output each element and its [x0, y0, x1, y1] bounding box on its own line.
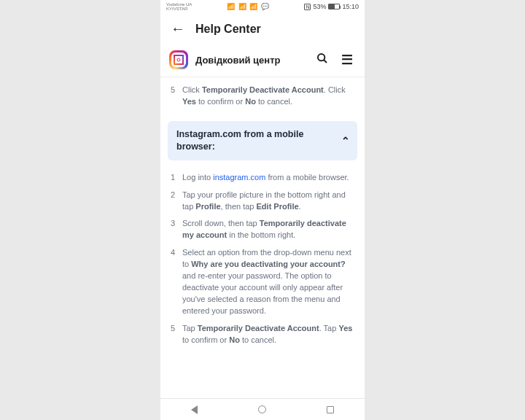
- list-item: 2Tap your profile picture in the bottom …: [168, 187, 357, 216]
- step-text: Log into instagram.com from a mobile bro…: [182, 172, 349, 184]
- nav-home-icon[interactable]: [258, 405, 266, 413]
- status-right: N 53% 15:10: [304, 3, 359, 10]
- help-center-header: Довідковий центр ☰: [160, 44, 365, 77]
- step-number: 5: [168, 323, 175, 346]
- help-center-title: Довідковий центр: [195, 55, 306, 66]
- bold-text: Why are you deactivating your account?: [191, 260, 346, 268]
- list-item: 4Select an option from the drop-down men…: [168, 244, 357, 320]
- bold-text: Profile: [195, 202, 220, 211]
- battery-icon: [328, 4, 340, 9]
- carrier-2: KYIVSTAR: [166, 7, 192, 11]
- bold-text: Edit Profile: [257, 202, 299, 211]
- step-text: Click Temporarily Deactivate Account. Cl…: [182, 85, 357, 108]
- list-item: 5Click Temporarily Deactivate Account. C…: [168, 82, 357, 111]
- battery-pct: 53%: [313, 3, 326, 10]
- list-item: 5Tap Temporarily Deactivate Account. Tap…: [168, 320, 357, 349]
- status-bar: Vodafone UA KYIVSTAR 📶 📶 📶 💬 N 53% 15:10: [160, 0, 365, 13]
- page-title: Help Center: [195, 23, 261, 36]
- phone-frame: Vodafone UA KYIVSTAR 📶 📶 📶 💬 N 53% 15:10…: [160, 0, 365, 420]
- bold-text: Temporarily deactivate my account: [182, 219, 346, 239]
- svg-point-0: [318, 54, 324, 61]
- android-nav-bar: [160, 398, 365, 420]
- bold-text: Temporarily Deactivate Account: [202, 85, 324, 94]
- bold-text: No: [245, 97, 256, 106]
- nav-recent-icon[interactable]: [327, 406, 334, 413]
- nfc-icon: N: [304, 4, 311, 10]
- nav-back-icon[interactable]: [191, 405, 198, 414]
- instagram-logo-icon: [169, 50, 188, 69]
- accordion-mobile-browser[interactable]: Instagram.com from a mobile browser: ⌃: [168, 121, 357, 160]
- step-number: 4: [168, 247, 175, 317]
- back-button[interactable]: ←: [171, 20, 185, 37]
- clock: 15:10: [342, 3, 359, 10]
- bold-text: Yes: [182, 97, 196, 106]
- svg-line-1: [324, 60, 327, 63]
- inline-link[interactable]: instagram.com: [213, 173, 265, 182]
- step-number: 1: [168, 172, 175, 184]
- app-header: ← Help Center: [160, 13, 365, 44]
- chevron-up-icon: ⌃: [341, 133, 350, 147]
- search-icon[interactable]: [314, 52, 331, 67]
- step-number: 2: [168, 190, 175, 213]
- step-text: Scroll down, then tap Temporarily deacti…: [182, 218, 357, 241]
- step-number: 5: [168, 85, 175, 108]
- step-text: Tap Temporarily Deactivate Account. Tap …: [182, 323, 357, 346]
- content-area[interactable]: 5Click Temporarily Deactivate Account. C…: [160, 77, 365, 398]
- bold-text: Yes: [338, 324, 352, 332]
- step-text: Select an option from the drop-down menu…: [182, 247, 357, 317]
- lower-steps-list: 1Log into instagram.com from a mobile br…: [168, 169, 357, 349]
- hamburger-menu-icon[interactable]: ☰: [338, 53, 356, 66]
- list-item: 3Scroll down, then tap Temporarily deact…: [168, 215, 357, 244]
- bold-text: Temporarily Deactivate Account: [198, 324, 319, 332]
- signal-icons: 📶 📶 📶 💬: [227, 3, 270, 10]
- list-item: 1Log into instagram.com from a mobile br…: [168, 169, 357, 187]
- bold-text: No: [229, 335, 240, 344]
- status-left: Vodafone UA KYIVSTAR: [166, 2, 192, 11]
- step-number: 3: [168, 218, 175, 241]
- step-text: Tap your profile picture in the bottom r…: [182, 190, 357, 213]
- accordion-title: Instagram.com from a mobile browser:: [176, 129, 303, 152]
- upper-steps-list: 5Click Temporarily Deactivate Account. C…: [168, 82, 357, 111]
